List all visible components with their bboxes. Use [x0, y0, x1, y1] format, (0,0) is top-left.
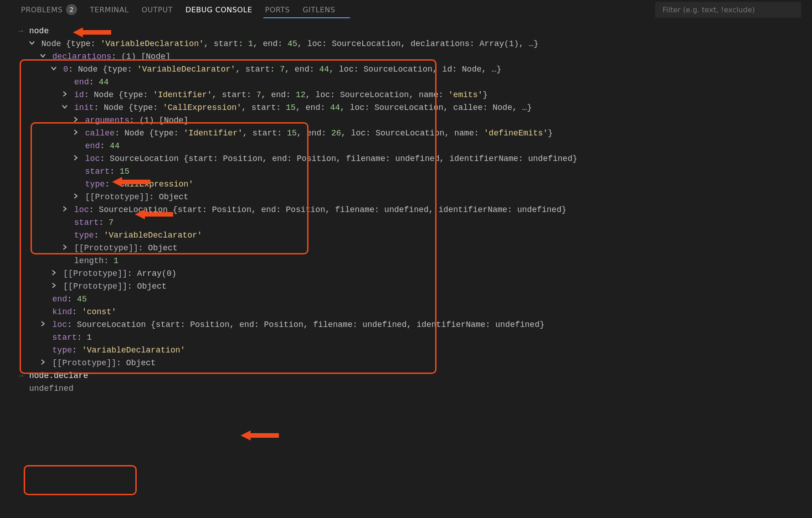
key: end: [85, 141, 100, 150]
text: 7: [257, 90, 262, 99]
tree-row[interactable]: loc: SourceLocation {start: Position, en…: [29, 203, 812, 216]
console-input[interactable]: node.declare: [29, 369, 812, 382]
tab-debug-console[interactable]: DEBUG CONSOLE: [179, 3, 259, 16]
tree-row[interactable]: [[Prototype]]: Object: [29, 357, 812, 369]
text: Node {type:: [94, 90, 153, 99]
tree-row[interactable]: start: 15: [29, 165, 812, 178]
tree-row[interactable]: [[Prototype]]: Object: [29, 191, 812, 203]
tree-row[interactable]: start: 1: [29, 331, 812, 344]
key: length: [74, 256, 104, 265]
chevron-down-icon: [40, 53, 46, 58]
val: 7: [108, 218, 113, 227]
text: , start:: [242, 103, 286, 112]
tree-row[interactable]: end: 44: [29, 140, 812, 152]
val: 1: [87, 333, 92, 342]
val: 45: [77, 295, 87, 304]
text: (1) [Node]: [116, 52, 170, 61]
tree-row[interactable]: length: 1: [29, 254, 812, 267]
chevron-down-icon: [62, 104, 67, 109]
key: end: [74, 78, 89, 87]
key: [[Prototype]]: [63, 282, 127, 291]
key: [[Prototype]]: [85, 192, 149, 202]
tree-row[interactable]: end: 45: [29, 293, 812, 306]
text: 'VariableDeclaration': [100, 39, 204, 48]
problems-badge: 2: [66, 4, 77, 15]
console-input[interactable]: node: [29, 25, 812, 37]
text: Node {type:: [104, 103, 163, 112]
key: [[Prototype]]: [74, 243, 138, 253]
tab-terminal[interactable]: TERMINAL: [83, 3, 135, 16]
key: type: [85, 180, 105, 189]
val: 'VariableDeclaration': [82, 346, 185, 355]
tab-label: OUTPUT: [142, 5, 173, 14]
tree-row[interactable]: kind: 'const': [29, 306, 812, 318]
text: 44: [330, 103, 340, 112]
chevron-right-icon: [51, 270, 57, 275]
text: , start:: [236, 65, 280, 74]
tab-label: PORTS: [265, 5, 290, 14]
tree-row[interactable]: 0: Node {type: 'VariableDeclarator', sta…: [29, 63, 812, 76]
tree-row[interactable]: init: Node {type: 'CallExpression', star…: [29, 101, 812, 114]
key: end: [52, 295, 67, 304]
tree-row[interactable]: type: 'CallExpression': [29, 178, 812, 191]
tree-row[interactable]: loc: SourceLocation {start: Position, en…: [29, 318, 812, 331]
tree-row[interactable]: [[Prototype]]: Object: [29, 280, 812, 293]
text: , start:: [204, 39, 248, 48]
text: 'emits': [448, 90, 483, 99]
text: , end:: [296, 103, 330, 112]
tree-row[interactable]: callee: Node {type: 'Identifier', start:…: [29, 127, 812, 140]
text: 'defineEmits': [484, 129, 548, 138]
val: 44: [110, 141, 120, 150]
val: Object: [126, 358, 156, 368]
panel-tabbar-row: PROBLEMS 2 TERMINAL OUTPUT DEBUG CONSOLE…: [8, 0, 812, 19]
prompt-arrow-icon: →: [18, 371, 23, 380]
val: 15: [119, 167, 129, 176]
tree-row[interactable]: [[Prototype]]: Object: [29, 242, 812, 254]
key: declarations: [52, 52, 112, 61]
tab-label: GITLENS: [303, 5, 335, 14]
key: loc: [52, 320, 67, 329]
tab-gitlens[interactable]: GITLENS: [296, 3, 342, 16]
tree-row[interactable]: loc: SourceLocation {start: Position, en…: [29, 152, 812, 165]
key: [[Prototype]]: [63, 269, 127, 278]
text: 'Identifier': [184, 129, 243, 138]
key: [[Prototype]]: [52, 358, 116, 368]
tree-row[interactable]: id: Node {type: 'Identifier', start: 7, …: [29, 88, 812, 101]
text: }: [548, 129, 553, 138]
chevron-right-icon: [73, 155, 78, 161]
tab-output[interactable]: OUTPUT: [135, 3, 179, 16]
text: , loc: SourceLocation, callee: Node, …}: [340, 103, 532, 112]
filter-input[interactable]: [655, 2, 801, 18]
text: , loc: SourceLocation, declarations: Arr…: [298, 39, 539, 48]
chevron-right-icon: [73, 130, 78, 135]
val: 'CallExpression': [115, 180, 194, 189]
key: kind: [52, 307, 72, 316]
chevron-right-icon: [51, 283, 57, 288]
text: (1) [Node]: [134, 116, 189, 125]
tree-row[interactable]: arguments: (1) [Node]: [29, 114, 812, 127]
val: Object: [148, 243, 178, 253]
tree-row[interactable]: [[Prototype]]: Array(0): [29, 267, 812, 280]
tree-row[interactable]: Node {type: 'VariableDeclaration', start…: [29, 37, 812, 50]
tree-row[interactable]: declarations: (1) [Node]: [29, 50, 812, 63]
chevron-right-icon: [40, 321, 46, 326]
tree-row[interactable]: type: 'VariableDeclarator': [29, 229, 812, 242]
text: 'CallExpression': [163, 103, 242, 112]
text: , loc: SourceLocation, name:: [306, 90, 448, 99]
text: 15: [286, 103, 296, 112]
val: Object: [159, 192, 189, 202]
key: type: [74, 231, 94, 240]
chevron-down-icon: [29, 40, 35, 46]
val: 'const': [82, 307, 117, 316]
console-result: undefined: [29, 382, 812, 395]
text: Node {type:: [124, 129, 184, 138]
tree-row[interactable]: end: 44: [29, 76, 812, 88]
val: 1: [113, 256, 118, 265]
text: , loc: SourceLocation, name:: [341, 129, 484, 138]
tree-row[interactable]: type: 'VariableDeclaration': [29, 344, 812, 357]
key: arguments: [85, 116, 129, 125]
text: 'Identifier': [153, 90, 212, 99]
tab-ports[interactable]: PORTS: [259, 3, 297, 16]
tree-row[interactable]: start: 7: [29, 216, 812, 229]
tab-problems[interactable]: PROBLEMS 2: [15, 3, 83, 16]
